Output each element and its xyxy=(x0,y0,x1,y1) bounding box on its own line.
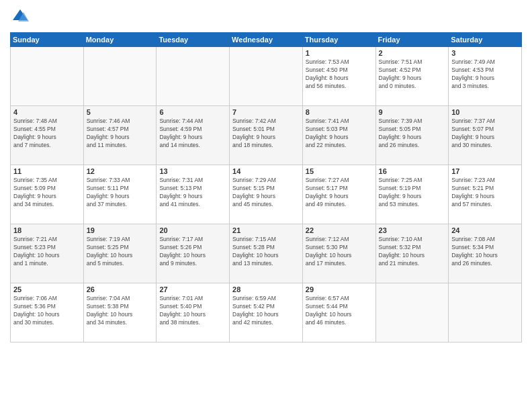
calendar-cell: 13Sunrise: 7:31 AM Sunset: 5:13 PM Dayli… xyxy=(157,165,230,224)
calendar-cell: 7Sunrise: 7:42 AM Sunset: 5:01 PM Daylig… xyxy=(230,106,303,165)
calendar-cell: 5Sunrise: 7:46 AM Sunset: 4:57 PM Daylig… xyxy=(83,106,157,165)
day-info: Sunrise: 7:25 AM Sunset: 5:19 PM Dayligh… xyxy=(379,177,446,209)
day-info: Sunrise: 7:08 AM Sunset: 5:34 PM Dayligh… xyxy=(451,236,519,268)
calendar-cell xyxy=(83,47,157,106)
day-number: 17 xyxy=(451,167,519,175)
calendar-cell: 11Sunrise: 7:35 AM Sunset: 5:09 PM Dayli… xyxy=(11,165,84,224)
day-number: 19 xyxy=(87,226,154,234)
calendar-cell: 23Sunrise: 7:10 AM Sunset: 5:32 PM Dayli… xyxy=(375,224,449,283)
calendar-cell: 21Sunrise: 7:15 AM Sunset: 5:28 PM Dayli… xyxy=(230,224,303,283)
day-number: 14 xyxy=(232,167,300,175)
calendar-table: SundayMondayTuesdayWednesdayThursdayFrid… xyxy=(10,32,522,342)
logo xyxy=(10,7,33,27)
calendar-cell: 18Sunrise: 7:21 AM Sunset: 5:23 PM Dayli… xyxy=(11,224,84,283)
day-number: 20 xyxy=(159,226,226,234)
day-number: 1 xyxy=(306,49,373,57)
weekday-header-wednesday: Wednesday xyxy=(230,33,303,47)
day-info: Sunrise: 7:29 AM Sunset: 5:15 PM Dayligh… xyxy=(232,177,300,209)
weekday-header-sunday: Sunday xyxy=(11,33,84,47)
day-info: Sunrise: 7:35 AM Sunset: 5:09 PM Dayligh… xyxy=(13,177,81,209)
day-info: Sunrise: 7:33 AM Sunset: 5:11 PM Dayligh… xyxy=(87,177,154,209)
day-number: 2 xyxy=(379,49,446,57)
day-info: Sunrise: 7:12 AM Sunset: 5:30 PM Dayligh… xyxy=(306,236,373,268)
calendar-cell: 15Sunrise: 7:27 AM Sunset: 5:17 PM Dayli… xyxy=(302,165,375,224)
day-info: Sunrise: 7:51 AM Sunset: 4:52 PM Dayligh… xyxy=(379,58,446,91)
week-row-2: 11Sunrise: 7:35 AM Sunset: 5:09 PM Dayli… xyxy=(11,165,522,224)
calendar-cell: 20Sunrise: 7:17 AM Sunset: 5:26 PM Dayli… xyxy=(157,224,230,283)
header xyxy=(10,7,522,27)
week-row-3: 18Sunrise: 7:21 AM Sunset: 5:23 PM Dayli… xyxy=(11,224,522,283)
day-number: 3 xyxy=(451,49,519,57)
day-info: Sunrise: 7:23 AM Sunset: 5:21 PM Dayligh… xyxy=(451,177,519,209)
day-number: 24 xyxy=(451,226,519,234)
day-info: Sunrise: 6:57 AM Sunset: 5:44 PM Dayligh… xyxy=(306,295,373,327)
calendar-cell: 29Sunrise: 6:57 AM Sunset: 5:44 PM Dayli… xyxy=(302,283,375,342)
calendar-cell: 3Sunrise: 7:49 AM Sunset: 4:53 PM Daylig… xyxy=(449,47,522,106)
day-number: 18 xyxy=(13,226,81,234)
logo-icon xyxy=(10,7,30,27)
day-number: 23 xyxy=(379,226,446,234)
day-info: Sunrise: 7:39 AM Sunset: 5:05 PM Dayligh… xyxy=(379,118,446,150)
day-number: 29 xyxy=(306,285,373,293)
calendar-cell: 9Sunrise: 7:39 AM Sunset: 5:05 PM Daylig… xyxy=(375,106,449,165)
calendar-cell xyxy=(375,283,449,342)
weekday-header-friday: Friday xyxy=(375,33,449,47)
day-number: 16 xyxy=(379,167,446,175)
day-info: Sunrise: 7:42 AM Sunset: 5:01 PM Dayligh… xyxy=(232,118,300,150)
day-info: Sunrise: 7:15 AM Sunset: 5:28 PM Dayligh… xyxy=(232,236,300,268)
week-row-4: 25Sunrise: 7:06 AM Sunset: 5:36 PM Dayli… xyxy=(11,283,522,342)
calendar-cell: 17Sunrise: 7:23 AM Sunset: 5:21 PM Dayli… xyxy=(449,165,522,224)
day-number: 7 xyxy=(232,108,300,116)
day-number: 8 xyxy=(306,108,373,116)
calendar-cell xyxy=(230,47,303,106)
day-info: Sunrise: 7:48 AM Sunset: 4:55 PM Dayligh… xyxy=(13,118,81,150)
day-number: 6 xyxy=(159,108,226,116)
day-number: 9 xyxy=(379,108,446,116)
day-info: Sunrise: 7:06 AM Sunset: 5:36 PM Dayligh… xyxy=(13,295,81,327)
day-info: Sunrise: 7:27 AM Sunset: 5:17 PM Dayligh… xyxy=(306,177,373,209)
day-number: 15 xyxy=(306,167,373,175)
day-number: 27 xyxy=(159,285,226,293)
day-info: Sunrise: 7:04 AM Sunset: 5:38 PM Dayligh… xyxy=(87,295,154,327)
calendar-cell: 28Sunrise: 6:59 AM Sunset: 5:42 PM Dayli… xyxy=(230,283,303,342)
day-info: Sunrise: 6:59 AM Sunset: 5:42 PM Dayligh… xyxy=(232,295,300,327)
weekday-header-saturday: Saturday xyxy=(449,33,522,47)
calendar-cell: 6Sunrise: 7:44 AM Sunset: 4:59 PM Daylig… xyxy=(157,106,230,165)
calendar-cell: 1Sunrise: 7:53 AM Sunset: 4:50 PM Daylig… xyxy=(302,47,375,106)
day-number: 21 xyxy=(232,226,300,234)
day-info: Sunrise: 7:41 AM Sunset: 5:03 PM Dayligh… xyxy=(306,118,373,150)
week-row-1: 4Sunrise: 7:48 AM Sunset: 4:55 PM Daylig… xyxy=(11,106,522,165)
calendar-cell: 2Sunrise: 7:51 AM Sunset: 4:52 PM Daylig… xyxy=(375,47,449,106)
weekday-header-thursday: Thursday xyxy=(302,33,375,47)
day-number: 26 xyxy=(87,285,154,293)
week-row-0: 1Sunrise: 7:53 AM Sunset: 4:50 PM Daylig… xyxy=(11,47,522,106)
calendar-cell: 16Sunrise: 7:25 AM Sunset: 5:19 PM Dayli… xyxy=(375,165,449,224)
calendar-cell xyxy=(11,47,84,106)
calendar-cell: 25Sunrise: 7:06 AM Sunset: 5:36 PM Dayli… xyxy=(11,283,84,342)
day-info: Sunrise: 7:37 AM Sunset: 5:07 PM Dayligh… xyxy=(451,118,519,150)
day-info: Sunrise: 7:21 AM Sunset: 5:23 PM Dayligh… xyxy=(13,236,81,268)
day-info: Sunrise: 7:01 AM Sunset: 5:40 PM Dayligh… xyxy=(159,295,226,327)
day-number: 13 xyxy=(159,167,226,175)
calendar-cell: 19Sunrise: 7:19 AM Sunset: 5:25 PM Dayli… xyxy=(83,224,157,283)
day-number: 11 xyxy=(13,167,81,175)
page: SundayMondayTuesdayWednesdayThursdayFrid… xyxy=(0,0,532,411)
weekday-header-tuesday: Tuesday xyxy=(157,33,230,47)
weekday-header-monday: Monday xyxy=(83,33,157,47)
day-info: Sunrise: 7:44 AM Sunset: 4:59 PM Dayligh… xyxy=(159,118,226,150)
calendar-cell: 14Sunrise: 7:29 AM Sunset: 5:15 PM Dayli… xyxy=(230,165,303,224)
day-number: 12 xyxy=(87,167,154,175)
day-info: Sunrise: 7:17 AM Sunset: 5:26 PM Dayligh… xyxy=(159,236,226,268)
day-number: 4 xyxy=(13,108,81,116)
calendar-cell: 10Sunrise: 7:37 AM Sunset: 5:07 PM Dayli… xyxy=(449,106,522,165)
calendar-cell: 24Sunrise: 7:08 AM Sunset: 5:34 PM Dayli… xyxy=(449,224,522,283)
day-info: Sunrise: 7:46 AM Sunset: 4:57 PM Dayligh… xyxy=(87,118,154,150)
calendar-cell: 22Sunrise: 7:12 AM Sunset: 5:30 PM Dayli… xyxy=(302,224,375,283)
day-info: Sunrise: 7:53 AM Sunset: 4:50 PM Dayligh… xyxy=(306,58,373,91)
calendar-cell xyxy=(157,47,230,106)
day-info: Sunrise: 7:10 AM Sunset: 5:32 PM Dayligh… xyxy=(379,236,446,268)
weekday-header-row: SundayMondayTuesdayWednesdayThursdayFrid… xyxy=(11,33,522,47)
day-number: 28 xyxy=(232,285,300,293)
calendar-cell: 12Sunrise: 7:33 AM Sunset: 5:11 PM Dayli… xyxy=(83,165,157,224)
day-number: 5 xyxy=(87,108,154,116)
